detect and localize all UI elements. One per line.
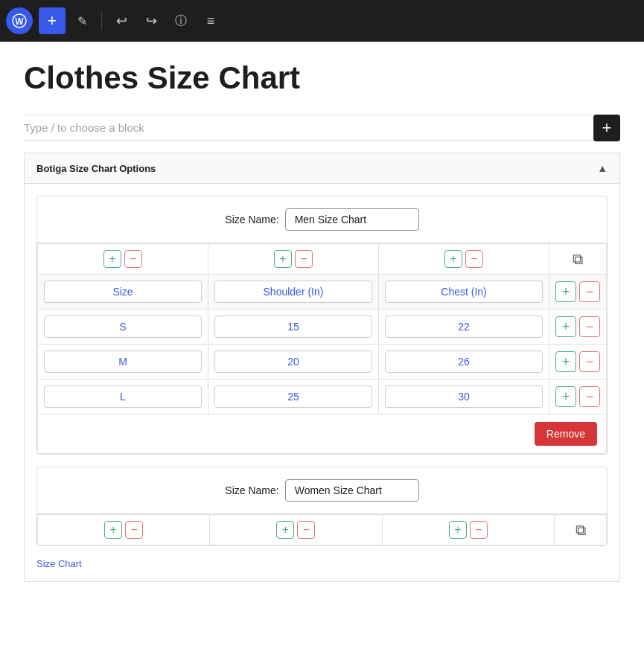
options-panel-content: Size Name: + − + — [25, 184, 619, 581]
row-remove-btn-0-1[interactable]: − — [579, 351, 600, 372]
svg-text:W: W — [15, 16, 24, 27]
page-title: Clothes Size Chart — [24, 60, 620, 97]
edit-button[interactable]: ✎ — [68, 7, 95, 34]
remove-row-0: Remove — [38, 414, 607, 454]
data-input-0-0-2[interactable] — [385, 316, 543, 338]
data-cell-0-0-2 — [379, 310, 549, 345]
col-add-btn-1-1[interactable]: + — [276, 521, 294, 539]
size-name-row-0: Size Name: — [37, 196, 607, 243]
row-remove-btn-header-0[interactable]: − — [579, 281, 600, 302]
copy-chart-button-1[interactable]: ⧉ — [576, 522, 586, 539]
col-add-btn-1-0[interactable]: + — [104, 521, 122, 539]
row-add-btn-header-0[interactable]: + — [555, 281, 576, 302]
header-action-cell-0: + − — [549, 275, 607, 310]
data-cell-0-0-1 — [208, 310, 379, 345]
remove-chart-button-0[interactable]: Remove — [535, 422, 597, 446]
col-add-btn-0-1[interactable]: + — [274, 250, 292, 268]
info-button[interactable]: ⓘ — [168, 7, 194, 34]
col-remove-btn-1-1[interactable]: − — [297, 521, 315, 539]
data-cell-0-2-0 — [38, 380, 208, 414]
size-name-row-1: Size Name: — [37, 467, 607, 514]
col-remove-btn-0-2[interactable]: − — [465, 250, 483, 268]
data-cell-0-2-1 — [208, 380, 379, 414]
options-panel-title: Botiga Size Chart Options — [36, 163, 156, 174]
col-ctrl-0-1: + − — [214, 250, 372, 268]
options-panel-header: Botiga Size Chart Options ▲ — [25, 153, 619, 184]
header-row-0: + − — [38, 275, 607, 310]
col-ctrl-1-0: + − — [44, 521, 203, 539]
data-cell-0-1-2 — [379, 345, 549, 380]
wordpress-logo: W — [6, 7, 33, 34]
copy-chart-button-0[interactable]: ⧉ — [573, 251, 583, 268]
options-panel: Botiga Size Chart Options ▲ Size Name: + — [24, 153, 620, 582]
row-add-btn-0-1[interactable]: + — [555, 351, 576, 372]
table-row-0-2: + − — [38, 380, 607, 414]
row-action-cell-0-1: + − — [549, 345, 607, 380]
data-cell-0-2-2 — [379, 380, 549, 414]
size-name-label-1: Size Name: — [225, 484, 278, 496]
col-remove-btn-0-1[interactable]: − — [295, 250, 313, 268]
block-placeholder-area: Type / to choose a block + — [24, 115, 620, 141]
col-add-btn-0-2[interactable]: + — [444, 250, 462, 268]
table-row-0-0: + − — [38, 310, 607, 345]
data-input-0-1-2[interactable] — [385, 350, 543, 373]
header-input-0-1[interactable] — [214, 281, 372, 303]
row-remove-btn-0-2[interactable]: − — [579, 386, 600, 407]
col-remove-btn-1-2[interactable]: − — [470, 521, 488, 539]
add-block-toolbar-button[interactable]: + — [39, 7, 66, 34]
data-input-0-0-0[interactable] — [44, 316, 202, 338]
remove-cell-0: Remove — [38, 414, 607, 454]
main-content: Clothes Size Chart Type / to choose a bl… — [0, 42, 644, 669]
header-cell-0-2 — [379, 275, 549, 310]
col-ctrl-1-1: + − — [216, 521, 375, 539]
row-add-btn-0-2[interactable]: + — [555, 386, 576, 407]
toolbar: W + ✎ ↩ ↪ ⓘ ≡ — [0, 0, 644, 42]
col-remove-btn-1-0[interactable]: − — [125, 521, 143, 539]
block-placeholder-text: Type / to choose a block — [24, 121, 144, 134]
col-ctrl-cell-1-1: + − — [210, 515, 382, 545]
data-input-0-2-0[interactable] — [44, 385, 202, 408]
col-ctrl-0-2: + − — [385, 250, 543, 268]
col-controls-row-0: + − + − + — [38, 244, 607, 275]
toolbar-divider — [101, 12, 102, 30]
header-input-0-2[interactable] — [385, 281, 543, 303]
table-row-0-1: + − — [38, 345, 607, 380]
header-cell-0-0 — [38, 275, 208, 310]
row-action-cell-0-0: + − — [549, 310, 607, 345]
data-cell-0-0-0 — [38, 310, 208, 345]
add-block-inline-button[interactable]: + — [593, 115, 620, 141]
data-input-0-1-0[interactable] — [44, 350, 202, 373]
data-input-0-2-1[interactable] — [214, 385, 372, 408]
redo-button[interactable]: ↪ — [138, 7, 165, 34]
list-view-button[interactable]: ≡ — [197, 7, 224, 34]
data-cell-0-1-1 — [208, 345, 379, 380]
size-name-input-1[interactable] — [285, 479, 419, 502]
undo-button[interactable]: ↩ — [108, 7, 135, 34]
data-input-0-2-2[interactable] — [385, 385, 543, 408]
col-add-btn-0-0[interactable]: + — [103, 250, 121, 268]
data-input-0-1-1[interactable] — [214, 350, 372, 373]
col-ctrl-cell-1-0: + − — [38, 515, 210, 545]
header-input-0-0[interactable] — [44, 281, 202, 303]
row-add-btn-0-0[interactable]: + — [555, 316, 576, 337]
chart-table-0: + − + − + — [37, 243, 607, 454]
chart-card-0: Size Name: + − + — [36, 196, 608, 455]
col-ctrl-cell-0-0: + − — [38, 244, 208, 275]
col-ctrl-cell-1-2: + − — [382, 515, 554, 545]
col-ctrl-cell-0-1: + − — [208, 244, 379, 275]
col-add-btn-1-2[interactable]: + — [449, 521, 467, 539]
row-action-cell-0-2: + − — [549, 380, 607, 414]
data-cell-0-1-0 — [38, 345, 208, 380]
data-input-0-0-1[interactable] — [214, 316, 372, 338]
size-chart-link[interactable]: Size Chart — [36, 558, 608, 569]
row-remove-btn-0-0[interactable]: − — [579, 316, 600, 337]
col-controls-row-1: + − + − + — [38, 515, 607, 545]
col-remove-btn-0-0[interactable]: − — [124, 250, 142, 268]
col-ctrl-copy-cell: ⧉ — [549, 244, 607, 275]
col-ctrl-cell-0-2: + − — [379, 244, 549, 275]
chart-table-1: + − + − + — [37, 514, 607, 545]
size-name-input-0[interactable] — [285, 208, 419, 231]
col-ctrl-0-0: + − — [44, 250, 202, 268]
collapse-button[interactable]: ▲ — [597, 162, 608, 174]
chart-card-1: Size Name: + − + — [36, 467, 608, 546]
